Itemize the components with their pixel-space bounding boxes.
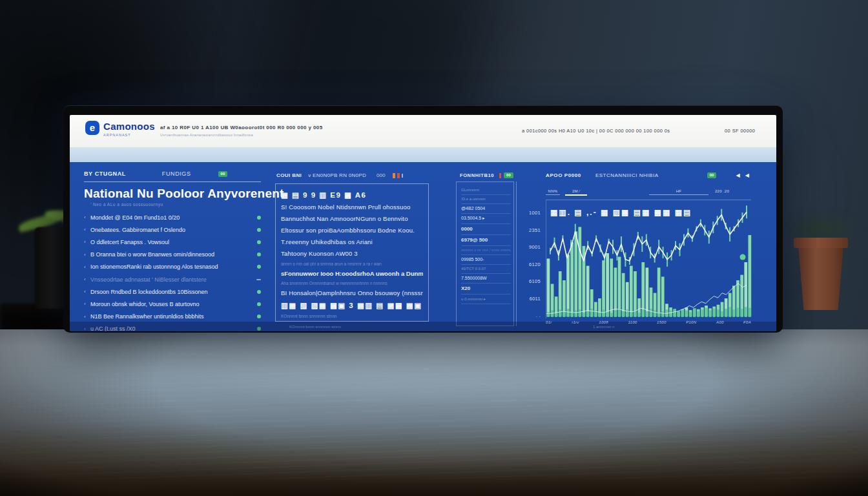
x-tick-label: A00 [716,320,724,324]
quotes-panel: FONNHITB10 00 GLnnnnnn/D.e a.unnnnn@4B2 … [452,162,518,331]
status-dot-icon [257,315,261,318]
site-logo[interactable]: e Camonoos ARPNANAST [85,121,155,137]
news-item[interactable]: ‹N1B Bee Rannalkswher untirunldios bbbhi… [84,311,261,323]
bullet-icon: ‹ [84,314,90,320]
news-panel: BY CTUGNAL FUNDIGS 00 National Nu Pooloo… [84,162,261,331]
plant-pot-rim [794,238,848,248]
quote-row[interactable]: 03.5004.5 ▸ [461,214,511,224]
desk-vignette [0,329,868,496]
article-tab[interactable]: COUI BNI [276,172,302,178]
bullet-icon: ‹ [84,301,90,307]
quote-row[interactable]: nnnnnn n nn nnn / nnnn nnnnn [461,246,511,255]
flag-icons [393,173,403,178]
flag-tick-icon [402,174,403,178]
y-tick-label: 6105 [529,278,541,284]
secondary-nav[interactable]: a 001c000 00s H0 A10 U0 10c | 00 0C 000 … [522,128,670,134]
bullet-icon: ‹ [84,252,90,258]
chart-range-tabs: NN%2M ⁄HF220 .20 [546,189,751,198]
status-dot-icon [257,228,261,232]
news-item[interactable]: ‹Drsoon Rndbed B lockeddoontbs 10Bissone… [84,285,261,298]
news-item-label: Onebatees. Gabbiromanet f Oslendo [90,227,253,233]
tab-underline [649,194,708,195]
quotes-title[interactable]: FONNHITB10 [460,172,494,178]
article-filter[interactable]: v EN0N0PB RN 0N0PD [308,172,366,178]
flag-orange-icon [393,173,395,178]
news-item[interactable]: ‹Moroun obnsk whidor, Vouses B aturtovno [84,298,261,310]
article-count: 000 [377,172,385,178]
news-item[interactable]: ‹Onebatees. Gabbiromanet f Oslendo [84,223,261,236]
y-tick-label: 6120 [529,262,541,267]
article-line: Aha snnnnnnn Onnnnnbanut w nwnnnnnnhnnn … [281,281,423,285]
article-line: T.reeenny Uhikedhibas os Ariani [281,238,423,245]
status-dot-icon [257,302,261,306]
site-header: e Camonoos ARPNANAST af a 10 R0F U0 1 A1… [70,115,776,147]
chart-nav-arrows-icon[interactable]: ◀ ◀ [736,172,751,178]
y-tick-label: . . [536,313,541,318]
primary-nav-subtext: Uvrvanthuannas Anananastarvrndbasouo lnn… [160,133,354,137]
x-tick-label: 01r [546,320,552,324]
news-item[interactable]: ‹B Oranna btei o worw Bnanwes omin/dinne… [84,249,261,261]
footer-note: KOnnnnt bnnn snnnnnn stnnn [289,325,341,329]
primary-nav-items[interactable]: af a 10 R0F U0 1 A100 UB W0aooorot0t 000… [160,125,354,130]
chart-overlay-title: ▦▥. ▤ ,.- ▦ ▨▩ ▤▦ ▩▦ ▦▤ [550,208,692,217]
news-item[interactable]: ‹Vnsseodrtae adnnastat ' NiBlesser dlant… [84,273,261,285]
divider [84,181,261,182]
tab-underline [565,194,587,196]
quote-row[interactable]: /D.e a.unnnnn [461,195,511,204]
bullet-icon: ‹ [84,227,90,232]
news-item[interactable]: ‹Monddet @ E04 0m Fund1o1 0/20 [84,211,261,223]
article-line: Tahtoony Kuonson AW00 3 [281,250,423,257]
chart-exchange-label: ESTCNANNIIICI NHIBIA [595,172,659,178]
bullet-icon: ‹ [84,239,90,245]
logo-tagline: ARPNANAST [103,133,155,137]
news-item-label: O ddletcert Fanapss . Vowsoul [90,239,253,245]
news-item-label: Monddet @ E04 0m Fund1o1 0/20 [90,214,253,221]
quote-row[interactable]: 7.5500008W [461,274,511,284]
news-item[interactable]: ‹Ion stionemosRanki rab ustonnnog Alos t… [84,261,261,273]
quote-row[interactable]: 09985 500- [461,255,511,265]
news-tab-primary[interactable]: BY CTUGNAL [84,170,126,177]
news-item[interactable]: ‹O ddletcert Fanapss . Vowsoul [84,236,261,248]
x-tick-label: 1008 [599,320,608,324]
news-tab-secondary[interactable]: FUNDIGS [162,170,191,177]
quote-row[interactable]: X20 [461,284,511,294]
x-tick-label: 1100 [628,320,637,324]
plant-pot-right [796,240,846,310]
headline-title[interactable]: National Nu Pooloor Anyvorenent [84,187,265,201]
scrollbar[interactable] [516,181,517,326]
x-tick-label: r1rv [572,320,579,324]
status-dot-icon [257,290,261,294]
primary-nav[interactable]: af a 10 R0F U0 1 A100 UB W0aooorot0t 000… [160,125,354,137]
logo-wordmark: Camonoos [103,121,155,132]
chart-range-tab[interactable]: 2M ⁄ [565,189,587,196]
chart-range-tab[interactable]: HF [649,189,708,195]
quotes-list: GLnnnnnn/D.e a.unnnnn@4B2 050403.5004.5 … [456,181,514,326]
logo-icon: e [85,121,99,135]
chart-range-tab[interactable]: 220 .20 [712,189,732,193]
bullet-icon: ‹ [84,214,90,220]
x-tick-label: F0A [743,320,751,324]
quote-row[interactable]: 6979@ 500 [461,235,511,246]
dashboard-main: BY CTUGNAL FUNDIGS 00 National Nu Pooloo… [70,162,776,331]
chart-range-tab[interactable]: NN% [546,189,560,195]
quote-row[interactable]: u 0.nnnnnnn ▸ [461,294,511,304]
chart-range-tab-label: NN% [546,189,560,193]
chart-panel: APOO P0000 ESTCNANNIIICI NHIBIA 00 ◀ ◀ N… [544,162,751,331]
chart-badge: 00 [707,172,717,178]
quotes-badge: 00 [504,172,513,178]
chart-range-tab-label: 220 .20 [712,189,732,193]
alert-icon [499,173,501,178]
quote-row[interactable]: GLnnnnnn [461,186,511,195]
status-dot-icon [257,265,261,269]
chart-symbol[interactable]: APOO P0000 [546,172,581,178]
price-chart[interactable]: ▦▥. ▤ ,.- ▦ ▨▩ ▤▦ ▩▦ ▦▤ [546,200,751,318]
article-line: ▦ ▤ 9 9 ▥ E9 ▩ A6 [281,191,423,200]
article-line: Eltossur son proiBaAombbhssoru Bodne Koo… [281,227,423,234]
footer-note: 1 annnnnn n [593,325,614,329]
quote-row[interactable]: @4B2 0504 [461,204,511,214]
account-nav[interactable]: 00 SF 00000 [725,128,755,134]
quote-row[interactable]: 0000 [461,224,511,235]
quote-row[interactable]: 49/TCT 0 0.07 [461,265,511,274]
status-dot-icon [256,279,261,280]
y-tick-label: 6011 [530,296,541,302]
